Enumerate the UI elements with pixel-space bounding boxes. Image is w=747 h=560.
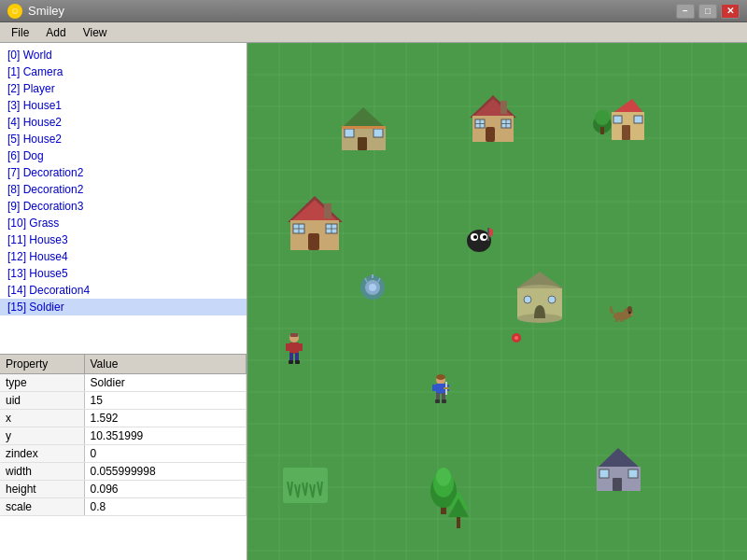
tower-building[interactable] (516, 272, 563, 323)
svg-rect-34 (374, 129, 383, 137)
property-row[interactable]: height0.096 (0, 481, 247, 498)
object-list-item-5[interactable]: [5] House2 (0, 131, 247, 147)
property-col-header: Property (0, 355, 84, 374)
object-list-item-1[interactable]: [1] Camera (0, 63, 247, 80)
menu-bar: File Add View (0, 22, 747, 43)
object-list-item-9[interactable]: [9] Decoration3 (0, 198, 247, 215)
window-title: Smiley (28, 4, 64, 18)
property-row[interactable]: scale0.8 (0, 498, 247, 516)
object-list-item-8[interactable]: [8] Decoration2 (0, 181, 247, 198)
soldier-sprite[interactable] (285, 332, 303, 365)
svg-rect-21 (324, 203, 331, 218)
object-list-item-10[interactable]: [10] Grass (0, 215, 247, 231)
svg-point-12 (595, 110, 610, 125)
property-row[interactable]: zindex0 (0, 445, 247, 463)
svg-rect-33 (345, 129, 354, 137)
property-row[interactable]: uid15 (0, 392, 247, 410)
property-row[interactable]: typeSoldier (0, 374, 247, 392)
svg-rect-23 (308, 233, 319, 250)
svg-rect-68 (295, 360, 300, 364)
svg-point-70 (436, 374, 445, 380)
object-list-item-7[interactable]: [7] Decoration2 (0, 164, 247, 181)
svg-rect-32 (358, 137, 367, 150)
property-row[interactable]: x1.592 (0, 410, 247, 427)
property-name: height (0, 481, 84, 498)
svg-rect-40 (628, 469, 638, 478)
svg-rect-38 (613, 478, 622, 491)
property-value[interactable]: 0 (84, 445, 247, 463)
property-row[interactable]: y10.351999 (0, 427, 247, 445)
svg-rect-2 (500, 101, 507, 114)
svg-rect-13 (600, 127, 604, 134)
svg-rect-52 (487, 228, 489, 241)
property-value[interactable]: 0.096 (84, 481, 247, 498)
svg-rect-102 (457, 517, 460, 528)
object-list-item-11[interactable]: [11] House3 (0, 231, 247, 248)
svg-point-50 (473, 235, 477, 239)
close-button[interactable]: ✕ (721, 4, 740, 19)
player-sprite[interactable] (432, 374, 449, 404)
object-list[interactable]: [0] World[1] Camera[2] Player[3] House1[… (0, 43, 247, 355)
svg-marker-20 (290, 200, 339, 222)
object-list-item-15[interactable]: [15] Soldier (0, 299, 247, 315)
property-value[interactable]: 15 (84, 392, 247, 410)
property-name: type (0, 374, 84, 392)
svg-rect-62 (289, 343, 299, 354)
svg-rect-17 (613, 116, 622, 123)
property-panel: Property Value typeSoldieruid15x1.592y10… (0, 355, 247, 560)
property-name: uid (0, 392, 84, 410)
svg-rect-78 (435, 399, 440, 403)
property-name: x (0, 410, 84, 427)
small-decoration[interactable] (511, 332, 522, 343)
house-large-right[interactable] (465, 91, 521, 146)
left-panel: [0] World[1] Camera[2] Player[3] House1[… (0, 43, 247, 560)
fountain[interactable] (359, 274, 386, 301)
svg-marker-14 (612, 99, 644, 114)
title-controls: − □ ✕ (676, 4, 740, 19)
object-list-item-12[interactable]: [12] House4 (0, 248, 247, 265)
minimize-button[interactable]: − (676, 4, 695, 19)
property-value[interactable]: 10.351999 (84, 427, 247, 445)
object-list-item-3[interactable]: [3] House1 (0, 97, 247, 114)
svg-rect-85 (615, 318, 618, 322)
game-area[interactable] (247, 43, 747, 560)
property-value[interactable]: 0.055999998 (84, 463, 247, 481)
svg-rect-64 (299, 343, 303, 351)
svg-rect-16 (622, 125, 630, 140)
svg-point-45 (524, 296, 531, 303)
main-layout: [0] World[1] Camera[2] Player[3] House1[… (0, 43, 747, 560)
svg-marker-36 (597, 448, 641, 469)
house-left[interactable] (285, 192, 345, 253)
svg-marker-53 (489, 228, 493, 237)
object-list-item-2[interactable]: [2] Player (0, 80, 247, 97)
property-value[interactable]: 0.8 (84, 498, 247, 516)
tree-sprite-2[interactable] (448, 491, 469, 528)
menu-file[interactable]: File (4, 24, 36, 41)
property-value[interactable]: 1.592 (84, 410, 247, 427)
object-list-item-14[interactable]: [14] Decoration4 (0, 282, 247, 299)
property-row[interactable]: width0.055999998 (0, 463, 247, 481)
object-list-item-4[interactable]: [4] House2 (0, 114, 247, 131)
object-list-item-0[interactable]: [0] World (0, 47, 247, 63)
enemy-sprite[interactable] (465, 226, 493, 254)
svg-marker-30 (342, 107, 386, 128)
house-top-right[interactable] (593, 91, 644, 146)
menu-view[interactable]: View (76, 24, 115, 41)
dog-sprite[interactable] (610, 304, 633, 323)
property-value[interactable]: Soldier (84, 374, 247, 392)
object-list-item-13[interactable]: [13] House5 (0, 265, 247, 282)
svg-marker-1 (472, 99, 514, 118)
object-list-item-6[interactable]: [6] Dog (0, 147, 247, 164)
svg-rect-18 (634, 116, 642, 123)
svg-rect-39 (599, 469, 609, 478)
grass-patch[interactable] (283, 468, 328, 503)
maximize-button[interactable]: □ (698, 4, 717, 19)
svg-rect-86 (621, 318, 624, 322)
house-top-center[interactable] (338, 104, 389, 152)
svg-point-46 (548, 296, 556, 303)
title-bar: ☺ Smiley − □ ✕ (0, 0, 747, 22)
property-name: zindex (0, 445, 84, 463)
house-bottom-right[interactable] (593, 444, 644, 493)
menu-add[interactable]: Add (38, 24, 73, 41)
svg-rect-63 (286, 343, 289, 351)
